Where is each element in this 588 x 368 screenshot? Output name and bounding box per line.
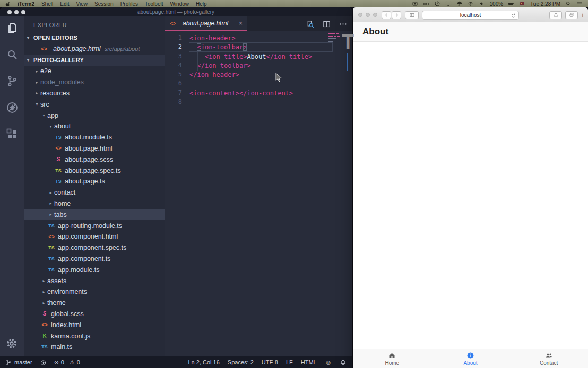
tree-folder-assets[interactable]: ▸assets <box>24 275 165 286</box>
code-line-3[interactable]: 3 <ion-title>About</ion-title> <box>165 52 352 61</box>
share-icon[interactable] <box>549 11 562 19</box>
display-icon[interactable] <box>445 1 452 7</box>
tab-title: about.page.html <box>183 20 236 27</box>
forward-button[interactable] <box>392 11 401 19</box>
tree-file-index-html[interactable]: <>index.html <box>24 319 165 330</box>
address-bar[interactable]: localhost <box>422 11 519 20</box>
open-editor-item[interactable]: <>about.page.htmlsrc/app/about <box>24 43 165 55</box>
tree-file-about-page-spec-ts[interactable]: TSabout.page.spec.ts <box>24 165 165 176</box>
tree-folder-tabs[interactable]: ▸tabs <box>24 209 165 220</box>
gear-icon[interactable] <box>5 337 18 350</box>
tree-folder-about[interactable]: ▾about <box>24 121 165 132</box>
tree-folder-home[interactable]: ▸home <box>24 198 165 209</box>
tree-file-about-module-ts[interactable]: TSabout.module.ts <box>24 132 165 143</box>
wifi-icon[interactable] <box>468 1 474 7</box>
umbrella-icon[interactable] <box>456 1 463 7</box>
tree-file-about-page-ts[interactable]: TSabout.page.ts <box>24 176 165 187</box>
tree-file-about-page-scss[interactable]: Sabout.page.scss <box>24 154 165 165</box>
menu-edit[interactable]: Edit <box>60 1 69 7</box>
tree-file-global-scss[interactable]: Sglobal.scss <box>24 309 165 320</box>
sidebar-toggle-icon[interactable] <box>405 11 419 19</box>
ts-file-icon: TS <box>54 135 63 140</box>
close-window-button[interactable] <box>358 13 362 17</box>
code-line-8[interactable]: 8 <box>165 98 352 107</box>
back-button[interactable] <box>382 11 391 19</box>
tab-about[interactable]: About <box>431 349 510 368</box>
editor-scrollbar[interactable] <box>347 53 348 71</box>
vscode-titlebar[interactable]: about.page.html — photo-gallery <box>0 7 352 16</box>
keyboard-flag-icon[interactable] <box>519 1 525 7</box>
tree-folder-app[interactable]: ▾app <box>24 110 165 121</box>
close-tab-icon[interactable]: × <box>239 20 243 27</box>
tree-file-karma-conf-js[interactable]: Kkarma.conf.js <box>24 330 165 341</box>
project-section-header[interactable]: ▾ PHOTO-GALLERY <box>24 55 165 66</box>
menu-iterm2[interactable]: iTerm2 <box>18 1 34 7</box>
minimize-window-button[interactable] <box>366 13 370 17</box>
git-branch-indicator[interactable]: master <box>5 359 32 366</box>
tab-home[interactable]: Home <box>353 349 431 368</box>
eol-setting[interactable]: LF <box>286 359 293 365</box>
tree-file-app-routing-module-ts[interactable]: TSapp-routing.module.ts <box>24 220 165 231</box>
battery-icon[interactable] <box>508 1 514 7</box>
tree-file-app-component-spec-ts[interactable]: TSapp.component.spec.ts <box>24 242 165 253</box>
tab-overview-icon[interactable] <box>565 11 578 19</box>
open-editors-section-header[interactable]: ▾ OPEN EDITORS <box>24 32 165 43</box>
tab-contact[interactable]: Contact <box>509 349 588 368</box>
feedback-smiley-icon[interactable]: ☺ <box>325 358 332 366</box>
code-line-4[interactable]: 4 </ion-toolbar> <box>165 61 352 70</box>
tab-about-page-html[interactable]: <> about.page.html × <box>165 16 247 31</box>
tree-folder-resources[interactable]: ▸resources <box>24 88 165 99</box>
menu-window[interactable]: Window <box>170 1 189 7</box>
tree-folder-node-modules[interactable]: ▸node_modules <box>24 77 165 88</box>
tree-folder-environments[interactable]: ▸environments <box>24 286 165 297</box>
chevron-right-icon: ▸ <box>40 290 47 294</box>
menu-profiles[interactable]: Profiles <box>120 1 138 7</box>
code-line-2[interactable]: 2 <ion-toolbar> <box>165 42 352 51</box>
notifications-bell-icon[interactable] <box>340 359 347 366</box>
apple-menu-icon[interactable] <box>5 1 11 7</box>
problems-indicator[interactable]: ⊗ 0 ⚠ 0 <box>54 359 80 366</box>
glasses-icon[interactable] <box>423 1 429 7</box>
search-icon[interactable] <box>6 48 19 61</box>
menu-help[interactable]: Help <box>196 1 207 7</box>
encoding-setting[interactable]: UTF-8 <box>262 359 278 365</box>
tree-file-app-component-ts[interactable]: TSapp.component.ts <box>24 253 165 265</box>
explorer-icon[interactable] <box>6 22 19 34</box>
tree-file-app-component-html[interactable]: <>app.component.html <box>24 231 165 242</box>
spotlight-icon[interactable] <box>565 1 572 7</box>
code-line-1[interactable]: 1<ion-header> <box>165 33 352 42</box>
code-line-7[interactable]: 7<ion-content></ion-content> <box>165 89 352 98</box>
cursor-position[interactable]: Ln 2, Col 16 <box>188 359 220 365</box>
menu-shell[interactable]: Shell <box>41 1 53 7</box>
menu-session[interactable]: Session <box>94 1 114 7</box>
menu-view[interactable]: View <box>76 1 88 7</box>
split-editor-icon[interactable] <box>322 20 331 29</box>
tree-file-main-ts[interactable]: TSmain.ts <box>24 341 165 353</box>
code-line-5[interactable]: 5</ion-header> <box>165 70 352 79</box>
new-tab-button[interactable]: + <box>581 11 585 19</box>
tree-file-app-module-ts[interactable]: TSapp.module.ts <box>24 264 165 275</box>
reload-icon[interactable] <box>511 13 516 19</box>
extensions-icon[interactable] <box>6 128 19 141</box>
open-search-editor-icon[interactable] <box>306 20 315 29</box>
notification-center-icon[interactable] <box>576 1 583 7</box>
code-text: <ion-content></ion-content> <box>189 89 333 98</box>
tree-folder-e2e[interactable]: ▸e2e <box>24 66 165 77</box>
screen-capture-icon[interactable] <box>412 1 418 7</box>
code-editor[interactable]: 1<ion-header>2 <ion-toolbar>3 <ion-title… <box>165 31 352 356</box>
indentation-setting[interactable]: Spaces: 2 <box>228 359 254 365</box>
volume-icon[interactable] <box>479 1 485 7</box>
code-line-6[interactable]: 6 <box>165 79 352 88</box>
tree-folder-contact[interactable]: ▸contact <box>24 187 165 198</box>
tree-file-about-page-html[interactable]: <>about.page.html <box>24 143 165 154</box>
clock-icon[interactable] <box>434 1 440 7</box>
sync-button[interactable] <box>40 359 47 366</box>
more-actions-icon[interactable] <box>339 20 348 29</box>
tree-folder-theme[interactable]: ▸theme <box>24 297 165 309</box>
zoom-window-button[interactable] <box>373 13 377 17</box>
language-mode[interactable]: HTML <box>301 359 317 365</box>
menu-toolbelt[interactable]: Toolbelt <box>145 1 163 7</box>
debug-disabled-icon[interactable] <box>6 101 19 114</box>
tree-folder-src[interactable]: ▾src <box>24 99 165 110</box>
source-control-icon[interactable] <box>6 75 19 87</box>
